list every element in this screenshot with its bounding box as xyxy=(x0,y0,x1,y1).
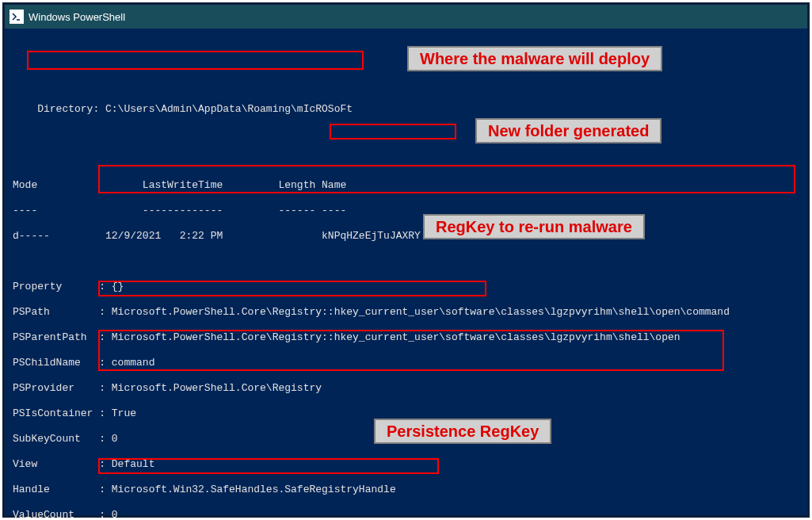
reg-pspath: PSPath : Microsoft.PowerShell.Core\Regis… xyxy=(13,306,799,319)
reg-handle: Handle : Microsoft.Win32.SafeHandles.Saf… xyxy=(13,484,799,496)
directory-line: Directory: C:\Users\Admin\AppData\Roamin… xyxy=(13,103,799,116)
blank-line xyxy=(13,128,799,141)
callout-persistence-regkey: Persistence RegKey xyxy=(374,419,551,444)
reg-property: Property : {} xyxy=(13,281,799,293)
callout-deploy-location: Where the malware will deploy xyxy=(407,46,662,71)
window-title: Windows PowerShell xyxy=(29,11,125,23)
blank-line xyxy=(13,78,799,90)
powershell-icon xyxy=(10,10,24,24)
blank-line xyxy=(13,154,799,166)
powershell-window: Windows PowerShell Directory: C:\Users\A… xyxy=(2,2,810,518)
column-divider: ---- ------------- ------ ---- xyxy=(13,205,799,217)
blank-line xyxy=(13,52,799,65)
reg-pschildname: PSChildName : command xyxy=(13,357,799,369)
reg-valuecount: ValueCount : 0 xyxy=(13,509,799,520)
reg-psprovider: PSProvider : Microsoft.PowerShell.Core\R… xyxy=(13,382,799,395)
terminal-output[interactable]: Directory: C:\Users\Admin\AppData\Roamin… xyxy=(5,29,807,520)
callout-new-folder: New folder generated xyxy=(475,118,661,143)
callout-rerun-regkey: RegKey to re-run malware xyxy=(423,214,645,239)
column-header: Mode LastWriteTime Length Name xyxy=(13,179,799,192)
reg-psparentpath: PSParentPath : Microsoft.PowerShell.Core… xyxy=(13,331,799,344)
reg-view: View : Default xyxy=(13,458,799,471)
titlebar[interactable]: Windows PowerShell xyxy=(5,5,807,29)
folder-row: d----- 12/9/2021 2:22 PM kNPqHZeEjTuJAXR… xyxy=(13,230,799,243)
blank-line xyxy=(13,255,799,268)
